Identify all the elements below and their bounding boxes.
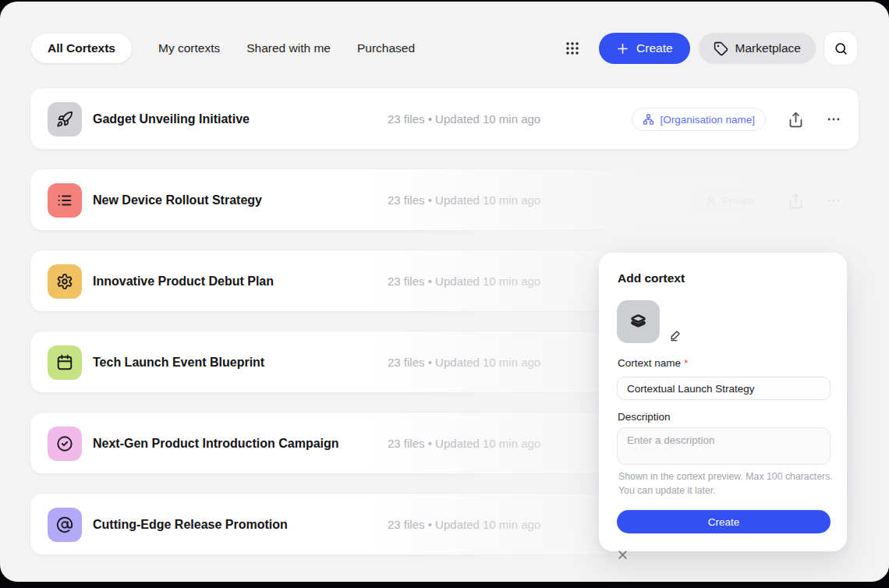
- apps-grid-icon: [565, 41, 580, 56]
- private-badge[interactable]: Private: [694, 189, 766, 212]
- organisation-icon: [643, 114, 654, 126]
- layers-icon: [628, 311, 649, 332]
- more-button[interactable]: [826, 193, 841, 208]
- create-button[interactable]: Create: [599, 33, 690, 64]
- cortext-title: Innovative Product Debut Plan: [93, 250, 274, 313]
- row-actions: [Organisation name]: [632, 88, 841, 151]
- apps-grid-button[interactable]: [565, 41, 580, 56]
- gear-icon: [48, 264, 82, 299]
- check-circle-icon: [48, 427, 82, 461]
- share-icon: [788, 193, 804, 209]
- tab-purchased[interactable]: Purchased: [357, 41, 415, 55]
- tab-all-cortexts[interactable]: All Cortexts: [31, 34, 132, 63]
- cortext-name-input[interactable]: [617, 377, 831, 400]
- cortext-title: Next-Gen Product Introduction Campaign: [93, 413, 339, 475]
- tag-icon: [714, 41, 728, 56]
- cortext-meta: 23 files • Updated 10 min ago: [388, 169, 540, 232]
- plus-icon: [616, 42, 629, 55]
- required-mark: *: [684, 357, 688, 369]
- cortext-card[interactable]: Gadget Unveiling Initiative 23 files • U…: [30, 87, 859, 150]
- calendar-icon: [48, 345, 82, 380]
- tab-my-cortexts[interactable]: My cortexts: [158, 41, 220, 55]
- header-actions: Create Marketplace: [565, 31, 858, 66]
- cortext-title: Gadget Unveiling Initiative: [93, 88, 250, 151]
- organisation-badge-label: [Organisation name]: [660, 114, 755, 126]
- create-button-label: Create: [636, 41, 673, 55]
- cortexts-page: All Cortexts My cortexts Shared with me …: [0, 2, 889, 582]
- description-helper-text: Shown in the cortext preview. Max 100 ch…: [618, 469, 834, 498]
- ellipsis-icon: [826, 112, 841, 127]
- list-icon: [48, 183, 82, 218]
- cortext-title: Cutting-Edge Release Promotion: [93, 494, 288, 556]
- cortext-name-label: Cortext name*: [618, 357, 688, 369]
- person-icon: [705, 195, 717, 207]
- marketplace-button-label: Marketplace: [735, 41, 801, 55]
- add-cortext-modal: Add cortext Cortext name*: [599, 253, 847, 551]
- cortext-meta: 23 files • Updated 10 min ago: [388, 494, 540, 556]
- share-icon: [788, 112, 804, 128]
- app-window: All Cortexts My cortexts Shared with me …: [0, 0, 889, 588]
- tab-shared-with-me[interactable]: Shared with me: [246, 41, 331, 55]
- rocket-icon: [48, 102, 82, 136]
- modal-title: Add cortext: [618, 271, 685, 285]
- cortext-meta: 23 files • Updated 10 min ago: [388, 331, 540, 394]
- search-button[interactable]: [823, 31, 858, 66]
- organisation-badge[interactable]: [Organisation name]: [632, 108, 766, 131]
- more-button[interactable]: [826, 112, 841, 127]
- pencil-icon: [669, 328, 682, 342]
- edit-avatar-button[interactable]: [669, 328, 682, 342]
- cortext-title: Tech Launch Event Blueprint: [93, 331, 264, 394]
- share-button[interactable]: [788, 193, 804, 209]
- tab-bar: All Cortexts My cortexts Shared with me …: [31, 34, 415, 63]
- cortext-meta: 23 files • Updated 10 min ago: [388, 413, 540, 475]
- marketplace-button[interactable]: Marketplace: [699, 33, 816, 64]
- share-button[interactable]: [788, 112, 804, 128]
- search-icon: [834, 41, 848, 56]
- cortext-title: New Device Rollout Strategy: [93, 169, 262, 232]
- modal-create-button[interactable]: Create: [617, 510, 831, 533]
- ellipsis-icon: [826, 193, 841, 208]
- row-actions: Private: [694, 169, 841, 232]
- modal-close-button[interactable]: [617, 549, 629, 561]
- at-sign-icon: [48, 508, 82, 542]
- close-icon: [617, 549, 629, 561]
- cortext-avatar[interactable]: [617, 300, 660, 343]
- header: All Cortexts My cortexts Shared with me …: [31, 31, 858, 66]
- private-badge-label: Private: [722, 195, 755, 207]
- cortext-meta: 23 files • Updated 10 min ago: [388, 88, 540, 151]
- cortext-meta: 23 files • Updated 10 min ago: [388, 250, 540, 313]
- cortext-card[interactable]: New Device Rollout Strategy 23 files • U…: [30, 168, 859, 231]
- description-label: Description: [618, 411, 671, 423]
- description-input[interactable]: [617, 427, 831, 465]
